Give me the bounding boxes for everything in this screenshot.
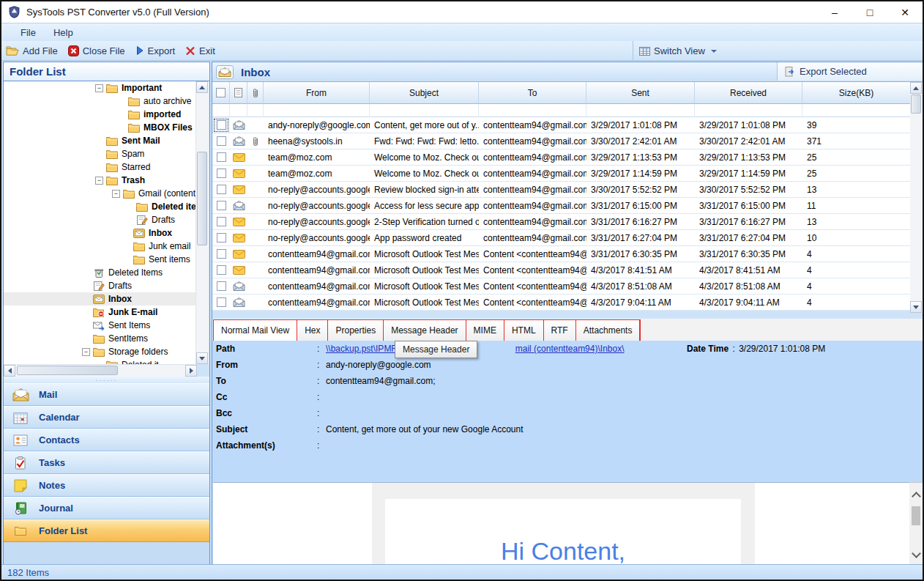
- mail-row[interactable]: contentteam94@gmail.comMicrosoft Outlook…: [212, 262, 911, 278]
- tree-item-starred[interactable]: Starred: [4, 160, 196, 174]
- tree-item-inbox[interactable]: Inbox: [4, 226, 196, 240]
- export-selected-button[interactable]: Export Selected: [777, 62, 923, 81]
- mail-row[interactable]: contentteam94@gmail.comMicrosoft Outlook…: [212, 278, 911, 295]
- row-checkbox[interactable]: [212, 246, 230, 262]
- tree-item-imported[interactable]: imported: [4, 108, 196, 121]
- nav-calendar-button[interactable]: Calendar: [4, 406, 209, 429]
- panel-splitter[interactable]: ······: [4, 377, 209, 383]
- close-button[interactable]: ✕: [887, 1, 923, 23]
- tree-item-junk-e-mail[interactable]: Junk E-mail: [4, 306, 196, 319]
- scrollbar-thumb[interactable]: [17, 366, 118, 375]
- column-header-sizekb[interactable]: Size(KB): [802, 82, 911, 104]
- tree-item-mbox-files[interactable]: MBOX Files: [4, 121, 196, 134]
- column-header-to[interactable]: To: [479, 82, 586, 104]
- nav-journal-button[interactable]: Journal: [4, 497, 209, 519]
- tree-item-deleted-ite[interactable]: Deleted ite: [4, 200, 196, 213]
- tab-message-header[interactable]: Message Header: [384, 320, 466, 341]
- tree-item-drafts[interactable]: Drafts: [4, 279, 196, 292]
- mail-row[interactable]: no-reply@accounts.google....2-Step Verif…: [212, 214, 911, 230]
- collapse-minus-icon[interactable]: −: [95, 177, 103, 185]
- tab-html[interactable]: HTML: [504, 320, 544, 341]
- tab-normal-mail-view[interactable]: Normal Mail View: [214, 320, 297, 341]
- nav-notes-button[interactable]: Notes: [4, 474, 209, 497]
- tree-item-important[interactable]: −Important: [4, 81, 196, 95]
- scroll-down-button[interactable]: [910, 301, 922, 313]
- tree-item-trash[interactable]: −Trash: [4, 174, 196, 187]
- attachment-column-icon[interactable]: [247, 82, 264, 104]
- tab-properties[interactable]: Properties: [328, 320, 384, 341]
- mail-row[interactable]: team@moz.comWelcome to Moz. Check out...…: [212, 166, 911, 182]
- row-checkbox[interactable]: [212, 166, 230, 182]
- column-header-sent[interactable]: Sent: [586, 82, 695, 104]
- collapse-minus-icon[interactable]: −: [95, 84, 103, 92]
- row-checkbox[interactable]: [212, 198, 230, 214]
- tab-hex[interactable]: Hex: [297, 320, 328, 341]
- preview-scrollbar[interactable]: [909, 482, 923, 566]
- column-header-received[interactable]: Received: [695, 82, 802, 104]
- row-checkbox[interactable]: [212, 182, 230, 198]
- row-checkbox[interactable]: [212, 230, 230, 246]
- maximize-button[interactable]: □: [852, 1, 887, 23]
- exit-button[interactable]: Exit: [181, 44, 221, 58]
- scrollbar-thumb[interactable]: [911, 95, 921, 114]
- row-checkbox[interactable]: [212, 262, 230, 278]
- menu-item-file[interactable]: File: [12, 25, 45, 40]
- scroll-up-button[interactable]: [910, 82, 922, 94]
- nav-tasks-button[interactable]: Tasks: [4, 451, 209, 474]
- tree-item-auto-archive[interactable]: auto archive: [4, 95, 196, 108]
- scroll-down-chevron-icon[interactable]: [912, 549, 921, 558]
- tab-mime[interactable]: MIME: [466, 320, 504, 341]
- tree-item-sent-items[interactable]: Sent items: [4, 253, 196, 266]
- scroll-left-button[interactable]: [4, 365, 15, 377]
- tree-item-storage-folders[interactable]: −Storage folders: [4, 345, 196, 358]
- menu-item-help[interactable]: Help: [45, 25, 82, 40]
- row-checkbox[interactable]: [212, 278, 230, 295]
- add-file-button[interactable]: Add File: [1, 44, 64, 58]
- row-checkbox[interactable]: [212, 214, 230, 230]
- mail-row[interactable]: no-reply@accounts.google....Review block…: [212, 182, 911, 198]
- mail-table-scrollbar[interactable]: [910, 82, 923, 313]
- scroll-down-button[interactable]: [196, 352, 208, 364]
- folder-tree-horizontal-scrollbar[interactable]: [4, 364, 197, 377]
- tab-attachments[interactable]: Attachments: [576, 320, 641, 341]
- read-state-column-icon[interactable]: [230, 82, 247, 104]
- tab-rtf[interactable]: RTF: [544, 320, 576, 341]
- collapse-minus-icon[interactable]: −: [82, 348, 90, 356]
- collapse-minus-icon[interactable]: −: [112, 190, 120, 198]
- row-checkbox[interactable]: [212, 295, 230, 311]
- tree-item-inbox[interactable]: Inbox: [4, 292, 196, 306]
- mail-row[interactable]: team@moz.comWelcome to Moz. Check out...…: [212, 149, 911, 166]
- select-all-checkbox[interactable]: [212, 82, 230, 104]
- close-file-button[interactable]: Close File: [64, 44, 131, 58]
- mail-row[interactable]: no-reply@accounts.google....App password…: [212, 230, 911, 246]
- tree-item-deleted-items[interactable]: Deleted Items: [4, 266, 196, 279]
- mail-row[interactable]: contentteam94@gmail.comMicrosoft Outlook…: [212, 246, 911, 262]
- column-header-subject[interactable]: Subject: [370, 82, 479, 104]
- nav-mail-button[interactable]: Mail: [4, 383, 209, 406]
- minimize-button[interactable]: –: [817, 1, 852, 23]
- mail-row[interactable]: contentteam94@gmail.comMicrosoft Outlook…: [212, 295, 911, 311]
- row-checkbox[interactable]: [212, 117, 230, 133]
- mail-row[interactable]: no-reply@accounts.google....Access for l…: [212, 198, 911, 214]
- tree-item-sent-items[interactable]: Sent Items: [4, 319, 196, 332]
- mail-row[interactable]: heena@systools.inFwd: Fwd: Fwd: Fwd: let…: [212, 133, 911, 149]
- folder-tree-vertical-scrollbar[interactable]: [195, 81, 209, 364]
- export-button[interactable]: Export: [131, 44, 182, 58]
- scroll-up-chevron-icon[interactable]: [912, 492, 921, 501]
- nav-folder-list-button[interactable]: Folder List: [4, 519, 209, 542]
- tree-item-deleted-it[interactable]: Deleted it: [4, 358, 196, 364]
- tree-item-drafts[interactable]: Drafts: [4, 213, 196, 226]
- row-checkbox[interactable]: [212, 133, 230, 149]
- tree-item-sentitems[interactable]: SentItems: [4, 332, 196, 345]
- nav-contacts-button[interactable]: Contacts: [4, 429, 209, 451]
- column-header-from[interactable]: From: [264, 82, 370, 104]
- scrollbar-thumb[interactable]: [197, 152, 207, 245]
- scroll-up-button[interactable]: [196, 81, 208, 93]
- scroll-right-button[interactable]: [185, 365, 197, 377]
- scrollbar-thumb[interactable]: [912, 506, 920, 525]
- tree-item-spam[interactable]: Spam: [4, 147, 196, 160]
- tree-item-junk-email[interactable]: Junk email: [4, 240, 196, 253]
- tree-item-gmail-content[interactable]: −Gmail (content: [4, 187, 196, 200]
- tree-item-sent-mail[interactable]: Sent Mail: [4, 134, 196, 147]
- row-checkbox[interactable]: [212, 149, 230, 166]
